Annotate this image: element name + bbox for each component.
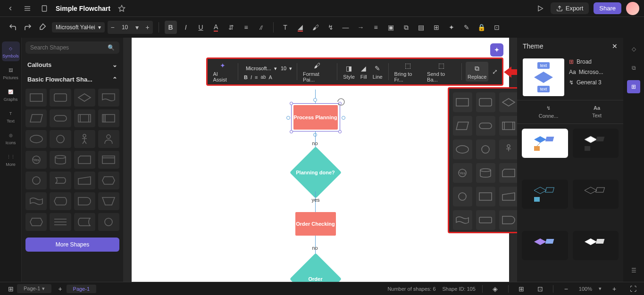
- shape-display[interactable]: [50, 192, 71, 210]
- italic-button[interactable]: I: [180, 21, 192, 34]
- shape-round-rect[interactable]: [50, 89, 71, 107]
- pop-del[interactable]: [499, 210, 518, 230]
- page-tab-1[interactable]: Page-1: [67, 285, 96, 293]
- theme-card-3[interactable]: [522, 180, 568, 209]
- text-tool-button[interactable]: T: [279, 21, 292, 34]
- rail-graphs[interactable]: 📈Graphs: [2, 85, 20, 105]
- node-process-planning[interactable]: Process Planning: [293, 105, 338, 130]
- fill-button[interactable]: 🖌: [309, 21, 322, 34]
- shape-circle[interactable]: [50, 130, 71, 148]
- canvas[interactable]: ✦ ✦AI Assist Microsoft...▾ 10▾ B I ≡ ab …: [132, 38, 509, 282]
- shape-parallelogram[interactable]: [25, 109, 47, 127]
- rr-shape-icon[interactable]: ◇: [627, 42, 640, 56]
- ft-ai-assist[interactable]: ✦AI Assist: [211, 61, 234, 82]
- shape-lines[interactable]: [50, 213, 71, 231]
- ft-font-select[interactable]: Microsoft...▾: [242, 64, 275, 74]
- shape-predefined[interactable]: [74, 109, 95, 127]
- ft-color[interactable]: A: [269, 74, 272, 80]
- export-button[interactable]: Export: [551, 2, 589, 14]
- shape-document[interactable]: [98, 89, 119, 107]
- more-shapes-button[interactable]: More Shapes: [25, 238, 119, 252]
- close-icon[interactable]: ✕: [612, 42, 618, 50]
- connector-handle[interactable]: [313, 98, 317, 102]
- menu-icon[interactable]: [22, 3, 33, 14]
- expand-icon[interactable]: ⤢: [492, 67, 498, 76]
- layers-button[interactable]: ▤: [415, 21, 427, 34]
- user-avatar[interactable]: [626, 2, 639, 15]
- zoom-out-button[interactable]: −: [560, 282, 572, 295]
- sel-handle[interactable]: [290, 102, 293, 105]
- ft-fill[interactable]: ◢Fill: [359, 64, 369, 80]
- add-page-button[interactable]: +: [54, 282, 67, 295]
- zoom-dropdown[interactable]: ▾: [599, 286, 602, 292]
- shape-diamond[interactable]: [74, 89, 95, 107]
- ft-send-back[interactable]: ⬚Send to Ba...: [425, 61, 458, 82]
- undo-icon[interactable]: [7, 21, 19, 34]
- shape-stored[interactable]: [74, 213, 95, 231]
- pop-c2[interactable]: [453, 187, 472, 206]
- tab-connector[interactable]: ↯Conne...: [539, 105, 559, 119]
- shape-stadium[interactable]: [50, 109, 71, 127]
- pop-diamond[interactable]: [499, 92, 518, 112]
- theme-card-5[interactable]: [522, 231, 568, 260]
- arrow-style-button[interactable]: →: [355, 21, 367, 34]
- rail-icons[interactable]: ◎Icons: [2, 128, 20, 148]
- rail-more[interactable]: ⋮⋮More: [2, 150, 20, 170]
- copy-button[interactable]: ⧉: [400, 21, 412, 34]
- dropdown-icon[interactable]: ▾: [132, 21, 142, 34]
- ft-bring-front[interactable]: ⬚Bring to Fr...: [393, 61, 424, 82]
- callouts-section[interactable]: Callouts⌄: [25, 57, 119, 72]
- basic-flowchart-section[interactable]: Basic Flowchart Sha...⌃: [25, 72, 119, 87]
- shape-trap[interactable]: [98, 192, 119, 210]
- conn-handle[interactable]: [286, 116, 290, 120]
- pop-yes[interactable]: Yes: [453, 163, 472, 183]
- pop-disp[interactable]: [476, 210, 495, 230]
- conn-handle[interactable]: [342, 116, 345, 120]
- shape-rect[interactable]: [25, 89, 47, 107]
- back-icon[interactable]: [5, 3, 16, 14]
- node-planning-done[interactable]: Planning done?: [296, 153, 335, 192]
- align-button[interactable]: ≡: [240, 21, 252, 34]
- ft-size-select[interactable]: 10▾: [277, 64, 293, 74]
- shape-wave[interactable]: [25, 192, 47, 210]
- shape-direct[interactable]: [50, 172, 71, 189]
- view-icon[interactable]: ◈: [489, 282, 502, 295]
- share-button[interactable]: Share: [594, 2, 621, 14]
- connector-button[interactable]: ↯: [325, 21, 337, 34]
- effects-button[interactable]: ✦: [445, 21, 458, 34]
- distribute-button[interactable]: ⊞: [430, 21, 443, 34]
- sel-handle[interactable]: [338, 130, 342, 133]
- sel-handle[interactable]: [290, 130, 293, 133]
- pop-ell[interactable]: [453, 139, 472, 159]
- underline-button[interactable]: U: [195, 21, 207, 34]
- shape-cylinder[interactable]: [50, 151, 71, 169]
- pop-man[interactable]: [499, 187, 518, 206]
- pop-wave[interactable]: [453, 210, 472, 230]
- pop-card[interactable]: [499, 163, 518, 183]
- shape-circle2[interactable]: [25, 172, 47, 189]
- redo-icon[interactable]: [22, 21, 34, 34]
- shape-frame[interactable]: [98, 151, 119, 169]
- highlight-button[interactable]: ◢: [294, 21, 307, 34]
- shape-ellipse[interactable]: [25, 130, 47, 148]
- star-icon[interactable]: [116, 3, 127, 14]
- node-order-checking[interactable]: Order Checking: [295, 212, 336, 236]
- font-color-button[interactable]: A: [210, 21, 222, 34]
- theme-card-6[interactable]: [573, 231, 619, 260]
- group-button[interactable]: ▣: [385, 21, 397, 34]
- pop-dir[interactable]: [476, 187, 495, 206]
- ft-italic[interactable]: I: [251, 74, 252, 80]
- theme-card-1[interactable]: [522, 129, 568, 158]
- document-icon[interactable]: [39, 3, 50, 14]
- shape-user[interactable]: [98, 130, 119, 148]
- ft-line[interactable]: ✎Line: [371, 64, 385, 80]
- increase-font-button[interactable]: +: [142, 21, 153, 34]
- edit-button[interactable]: ✎: [460, 21, 473, 34]
- pop-stad[interactable]: [476, 116, 495, 136]
- node-order[interactable]: Order: [296, 259, 335, 282]
- fit-icon[interactable]: ⊡: [534, 282, 546, 295]
- zoom-in-button[interactable]: +: [608, 282, 620, 295]
- decrease-font-button[interactable]: −: [108, 21, 118, 34]
- lock-button[interactable]: 🔒: [476, 21, 488, 34]
- rail-pictures[interactable]: 🖼Pictures: [2, 63, 20, 83]
